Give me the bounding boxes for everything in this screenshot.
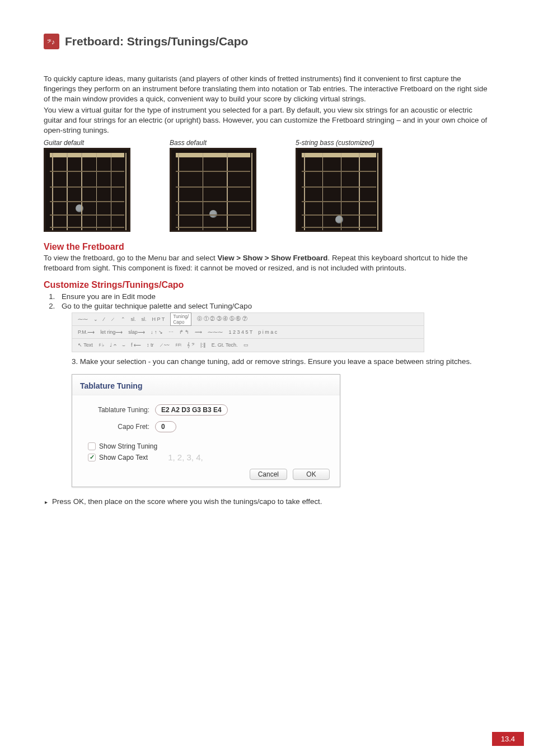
palette-item[interactable]: ↱ ↰ xyxy=(179,329,190,335)
palette-item[interactable]: ↖ Text xyxy=(78,342,93,348)
svg-text:𝄢♪: 𝄢♪ xyxy=(47,38,55,46)
guitar-technique-palette: ⁓⁓⌄⁄⟋⌃sl.sl.H P TTuning/ Capo⓪ ① ② ③ ④ ⑤… xyxy=(72,312,424,352)
palette-item[interactable]: slap⟶ xyxy=(128,329,145,335)
final-note: Press OK, then place on the score where … xyxy=(52,497,322,506)
ok-button[interactable]: OK xyxy=(293,469,330,480)
palette-item[interactable]: ⟿ xyxy=(195,329,202,335)
palette-item[interactable]: P.M.⟶ xyxy=(78,329,95,335)
palette-item[interactable]: ⌄ xyxy=(93,316,98,322)
ghost-text: 1, 2, 3, 4, xyxy=(168,452,203,462)
palette-item[interactable]: 1 2 3 4 5 T xyxy=(228,329,252,335)
caption-5string: 5-string bass (customized) xyxy=(296,139,382,147)
step-2: Go to the guitar technique palette and s… xyxy=(57,302,490,310)
show-string-tuning-checkbox[interactable] xyxy=(88,442,96,450)
palette-item[interactable]: E. Gt. Tech. xyxy=(212,342,238,348)
step-3: 3. Make your selection - you can change … xyxy=(72,357,490,367)
palette-item[interactable]: sl. xyxy=(131,316,136,322)
fretboard-5string xyxy=(296,148,382,232)
palette-item[interactable]: |:‖ xyxy=(200,342,206,348)
show-string-tuning-label: Show String Tuning xyxy=(99,442,157,450)
palette-item[interactable]: f ⟵ xyxy=(131,342,141,348)
caption-bass: Bass default xyxy=(170,139,256,147)
palette-item[interactable]: ♩ 𝄐 xyxy=(110,342,116,348)
palette-item[interactable]: ⋯ xyxy=(168,329,174,335)
app-icon: 𝄢♪ xyxy=(44,34,59,49)
tuning-label: Tablature Tuning: xyxy=(82,406,155,414)
capo-fret-input[interactable]: 0 xyxy=(155,421,176,432)
palette-item[interactable]: ⁓⁓⁓ xyxy=(208,329,223,335)
page-number: 13.4 xyxy=(492,732,524,746)
page-title: Fretboard: Strings/Tunings/Capo xyxy=(65,35,248,48)
step-1: Ensure you are in Edit mode xyxy=(57,292,490,301)
tablature-tuning-input[interactable]: E2 A2 D3 G3 B3 E4 xyxy=(155,404,228,416)
caption-guitar: Guitar default xyxy=(44,139,130,147)
palette-item[interactable]: ♯♯♮ xyxy=(175,342,181,348)
palette-item[interactable]: ⓪ ① ② ③ ④ ⑤ ⑥ ⑦ xyxy=(197,315,247,323)
palette-item[interactable]: ↕ tr xyxy=(147,342,154,348)
tablature-tuning-dialog: Tablature Tuning Tablature Tuning: E2 A2… xyxy=(72,374,340,487)
heading-view-fretboard: View the Fretboard xyxy=(44,242,490,252)
cancel-button[interactable]: Cancel xyxy=(250,469,287,480)
show-capo-text-label: Show Capo Text xyxy=(99,454,148,461)
palette-item[interactable]: H P T xyxy=(152,316,165,322)
palette-item[interactable]: 𝄞 𝄢 xyxy=(187,342,195,348)
palette-item[interactable]: ⁓⁓ xyxy=(78,316,88,322)
palette-item[interactable]: ♯ ♭ xyxy=(99,342,105,348)
palette-item[interactable]: ⟋ xyxy=(110,316,115,322)
palette-item[interactable]: ▭ xyxy=(243,342,249,348)
palette-item[interactable]: let ring⟶ xyxy=(100,329,123,335)
palette-item[interactable]: ⁄ xyxy=(104,316,105,322)
intro-paragraph-1: To quickly capture ideas, many guitarist… xyxy=(44,74,490,104)
view-fretboard-text: To view the fretboard, go to the Menu ba… xyxy=(44,253,490,273)
fretboard-bass xyxy=(170,148,256,232)
palette-item[interactable]: Tuning/ Capo xyxy=(170,312,191,326)
capo-label: Capo Fret: xyxy=(82,423,155,431)
palette-item[interactable]: ↓ ↑ ↘ xyxy=(151,329,163,335)
intro-paragraph-2: You view a virtual guitar for the type o… xyxy=(44,105,490,136)
heading-customize: Customize Strings/Tunings/Capo xyxy=(44,280,490,290)
triangle-bullet-icon: ▸ xyxy=(45,497,48,505)
palette-item[interactable]: ⌣ xyxy=(122,342,125,348)
palette-item[interactable]: ⌃ xyxy=(121,316,125,322)
palette-item[interactable]: p i m a c xyxy=(258,329,277,335)
palette-item[interactable]: sl. xyxy=(142,316,147,322)
palette-item[interactable]: ⟋⁓⁓ xyxy=(159,342,170,348)
fretboard-guitar xyxy=(44,148,130,232)
show-capo-text-checkbox[interactable]: ✓ xyxy=(88,454,96,461)
dialog-title: Tablature Tuning xyxy=(72,375,340,395)
